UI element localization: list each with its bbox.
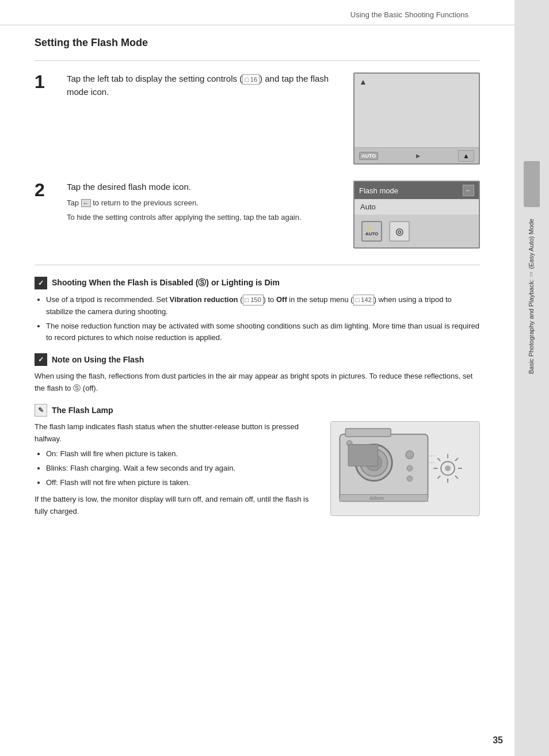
note3-title-text: The Flash Lamp bbox=[52, 406, 113, 415]
pencil-icon: ✎ bbox=[35, 404, 47, 417]
svg-text:Nikon: Nikon bbox=[369, 495, 384, 501]
flash-lamp-list: On: Flash will fire when picture is take… bbox=[35, 448, 319, 488]
flash-mode-title: Flash mode bbox=[359, 186, 398, 195]
flash-mode-panel: Flash mode ← Auto ⚡AUTO ◎ bbox=[353, 181, 480, 249]
svg-point-8 bbox=[407, 465, 413, 471]
note1-bullet-2: The noise reduction function may be acti… bbox=[46, 320, 480, 345]
step-2-sub2: To hide the setting controls after apply… bbox=[67, 212, 340, 223]
flash-lamp-diagram: Nikon bbox=[330, 421, 480, 518]
note-flash-disabled: ✓ Shooting When the Flash is Disabled (Ⓢ… bbox=[35, 277, 480, 344]
svg-point-9 bbox=[407, 476, 413, 482]
svg-line-19 bbox=[437, 458, 440, 461]
no-flash-icon: ◎ bbox=[395, 226, 403, 237]
flash-lamp-content: The flash lamp indicates flash status wh… bbox=[35, 421, 480, 521]
flash-auto-badge: AUTO bbox=[359, 152, 378, 160]
flash-icon-auto[interactable]: ⚡AUTO bbox=[361, 221, 382, 242]
step-2-image: Flash mode ← Auto ⚡AUTO ◎ bbox=[353, 181, 480, 249]
step-2-instruction: Tap the desired flash mode icon. bbox=[67, 181, 340, 194]
header-title: Using the Basic Shooting Functions bbox=[350, 10, 468, 19]
note3-title: ✎ The Flash Lamp bbox=[35, 404, 480, 417]
divider-mid bbox=[35, 265, 480, 265]
check-icon-2: ✓ bbox=[35, 353, 47, 366]
auto-text: ⚡AUTO bbox=[365, 226, 379, 236]
step-2-sub1: Tap ← to return to the previous screen. bbox=[67, 197, 340, 209]
note2-text: When using the flash, reflections from d… bbox=[35, 371, 480, 395]
note1-list: Use of a tripod is recommended. Set Vibr… bbox=[35, 294, 480, 344]
flash-back-button[interactable]: ← bbox=[463, 185, 474, 196]
main-content: Setting the Flash Mode 1 Tap the left ta… bbox=[0, 25, 514, 541]
svg-line-21 bbox=[437, 476, 440, 479]
step-2-number: 2 bbox=[35, 181, 53, 199]
flash-burst-group bbox=[433, 454, 462, 482]
svg-rect-12 bbox=[348, 444, 378, 466]
camera-svg: Nikon bbox=[330, 421, 480, 516]
note-flash-use: ✓ Note on Using the Flash When using the… bbox=[35, 353, 480, 395]
sidebar-text: Basic Photography and Playback:  (Easy … bbox=[527, 219, 536, 374]
step-1-text: Tap the left tab to display the setting … bbox=[67, 72, 340, 102]
note2-title-text: Note on Using the Flash bbox=[52, 355, 144, 364]
step-1-image: ▲ AUTO ► ▲ bbox=[353, 72, 480, 165]
arrow-right-icon: ► bbox=[415, 152, 422, 160]
sidebar-tab bbox=[524, 161, 540, 207]
lamp-bullet-3: Off: Flash will not fire when picture is… bbox=[46, 477, 319, 489]
svg-point-7 bbox=[406, 450, 414, 459]
flash-lamp-intro: The flash lamp indicates flash status wh… bbox=[35, 421, 319, 445]
flash-lamp-footer: If the battery is low, the monitor displ… bbox=[35, 494, 319, 518]
check-icon-1: ✓ bbox=[35, 277, 47, 289]
svg-rect-1 bbox=[345, 429, 391, 437]
page-header: Using the Basic Shooting Functions bbox=[0, 0, 514, 25]
arrow-up-btn[interactable]: ▲ bbox=[458, 150, 474, 162]
section-title: Setting the Flash Mode bbox=[35, 37, 480, 49]
svg-line-22 bbox=[455, 476, 458, 479]
flash-mode-icons: ⚡AUTO ◎ bbox=[354, 215, 479, 247]
step-1-row: 1 Tap the left tab to display the settin… bbox=[35, 72, 480, 165]
lamp-bullet-2: Blinks: Flash charging. Wait a few secon… bbox=[46, 463, 319, 475]
flash-mode-header: Flash mode ← bbox=[354, 182, 479, 199]
camera-screen-mockup-1: ▲ AUTO ► ▲ bbox=[353, 72, 480, 165]
svg-rect-10 bbox=[340, 494, 428, 501]
svg-point-14 bbox=[445, 465, 451, 471]
flash-lamp-text: The flash lamp indicates flash status wh… bbox=[35, 421, 319, 521]
note2-title: ✓ Note on Using the Flash bbox=[35, 353, 480, 366]
note1-bullet-1: Use of a tripod is recommended. Set Vibr… bbox=[46, 294, 480, 318]
note1-title-text: Shooting When the Flash is Disabled (Ⓢ) … bbox=[52, 278, 280, 288]
step-2-text: Tap the desired flash mode icon. Tap ← t… bbox=[67, 181, 340, 227]
page-number: 35 bbox=[493, 735, 503, 746]
step-1-number: 1 bbox=[35, 72, 53, 91]
note1-title: ✓ Shooting When the Flash is Disabled (Ⓢ… bbox=[35, 277, 480, 289]
note-flash-lamp: ✎ The Flash Lamp The flash lamp indicate… bbox=[35, 404, 480, 521]
step-2-row: 2 Tap the desired flash mode icon. Tap ←… bbox=[35, 181, 480, 249]
lamp-bullet-1: On: Flash will fire when picture is take… bbox=[46, 448, 319, 460]
ref-box-16: □ 16 bbox=[242, 74, 260, 85]
flash-auto-label: Auto bbox=[354, 199, 479, 215]
ref-150: □ 150 bbox=[243, 295, 264, 306]
divider-top bbox=[35, 60, 480, 61]
sidebar: Basic Photography and Playback:  (Easy … bbox=[514, 0, 549, 756]
camera-mode-icon: ▲ bbox=[359, 77, 367, 86]
ref-142: □ 142 bbox=[353, 295, 374, 306]
step-1-instruction: Tap the left tab to display the setting … bbox=[67, 72, 340, 98]
camera-bottom-bar: AUTO ► ▲ bbox=[354, 147, 479, 163]
svg-line-20 bbox=[455, 458, 458, 461]
flash-icon-off[interactable]: ◎ bbox=[389, 221, 410, 242]
